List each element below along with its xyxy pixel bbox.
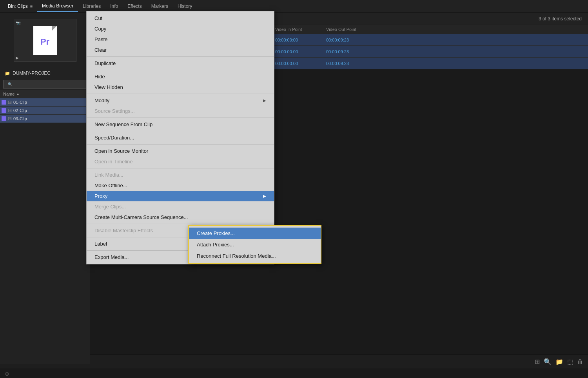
menu-speed-duration[interactable]: Speed/Duration... bbox=[87, 132, 274, 143]
cell-video-in: 00:00:00:00 bbox=[270, 38, 321, 42]
clip-thumbnail: Pr 📷 ▶ bbox=[14, 19, 76, 62]
menu-open-source-monitor[interactable]: Open in Source Monitor bbox=[87, 146, 274, 156]
folder-icon: 📁 bbox=[5, 71, 10, 76]
separator bbox=[87, 168, 274, 168]
separator bbox=[87, 131, 274, 131]
new-item-icon[interactable]: ⬚ bbox=[567, 358, 573, 365]
col-video-in: Video In Point bbox=[270, 27, 321, 32]
clip-table-header: Name ▲ bbox=[0, 90, 90, 98]
table-row[interactable]: 🎞 02-Clip bbox=[0, 107, 90, 115]
submenu-arrow-icon: ▶ bbox=[263, 98, 266, 103]
status-bar: ⊕ bbox=[0, 369, 588, 378]
search-input[interactable] bbox=[3, 80, 87, 89]
bin-menu-icon[interactable]: ≡ bbox=[30, 4, 33, 9]
search-row bbox=[0, 78, 90, 90]
play-icon[interactable]: ▶ bbox=[16, 56, 19, 60]
thumbnail-area: Pr 📷 ▶ bbox=[0, 13, 90, 68]
camera-icon: 📷 bbox=[16, 21, 20, 25]
menu-view-hidden[interactable]: View Hidden bbox=[87, 82, 274, 92]
submenu-create-proxies[interactable]: Create Proxies... bbox=[189, 228, 321, 239]
clip-list: 🎞 01-Clip 🎞 02-Clip 🎞 03-Clip bbox=[0, 98, 90, 364]
cell-video-out: 00:00:09:23 bbox=[321, 61, 372, 66]
menu-merge-clips: Merge Clips... bbox=[87, 201, 274, 212]
menu-multicam[interactable]: Create Multi-Camera Source Sequence... bbox=[87, 212, 274, 222]
tab-libraries[interactable]: Libraries bbox=[78, 1, 105, 11]
table-row[interactable]: 🎞 03-Clip bbox=[0, 115, 90, 123]
clip-color-swatch bbox=[2, 100, 6, 105]
pr-file-icon: Pr bbox=[33, 26, 57, 55]
menu-open-timeline: Open in Timeline bbox=[87, 156, 274, 167]
menu-proxy[interactable]: Proxy ▶ bbox=[87, 191, 274, 201]
separator bbox=[87, 118, 274, 118]
clip-color-swatch bbox=[2, 116, 6, 121]
tab-info[interactable]: Info bbox=[105, 1, 123, 11]
menu-cut[interactable]: Cut bbox=[87, 13, 274, 24]
project-name: DUMMY-PROJEC bbox=[13, 71, 51, 76]
tab-effects[interactable]: Effects bbox=[123, 1, 146, 11]
menu-hide[interactable]: Hide bbox=[87, 71, 274, 82]
menu-copy[interactable]: Copy bbox=[87, 24, 274, 34]
adobe-logo-icon: ⊕ bbox=[5, 371, 9, 377]
table-row[interactable]: 🎞 01-Clip bbox=[0, 98, 90, 107]
menu-new-sequence[interactable]: New Sequence From Clip bbox=[87, 119, 274, 130]
clip-color-swatch bbox=[2, 108, 6, 113]
proxy-submenu: Create Proxies... Attach Proxies... Reco… bbox=[188, 225, 321, 264]
clip-name: 01-Clip bbox=[13, 100, 27, 105]
bin-tab-label: Bin: Clips bbox=[8, 4, 28, 9]
menu-source-settings: Source Settings... bbox=[87, 106, 274, 116]
cell-video-out: 00:00:09:23 bbox=[321, 49, 372, 54]
new-bin-icon[interactable]: 📁 bbox=[555, 358, 563, 365]
separator bbox=[87, 224, 274, 224]
tab-bin[interactable]: Bin: Clips ≡ bbox=[3, 1, 37, 11]
item-count: 3 of 3 items selected bbox=[539, 16, 588, 22]
separator bbox=[87, 144, 274, 145]
search-wrapper bbox=[3, 80, 87, 89]
submenu-reconnect-full-res[interactable]: Reconnect Full Resolution Media... bbox=[189, 250, 321, 262]
clip-name: 03-Clip bbox=[13, 116, 27, 121]
film-icon: 🎞 bbox=[8, 100, 12, 105]
submenu-attach-proxies[interactable]: Attach Proxies... bbox=[189, 239, 321, 250]
menu-clear[interactable]: Clear bbox=[87, 45, 274, 55]
tab-markers[interactable]: Markers bbox=[147, 1, 173, 11]
tab-media-browser[interactable]: Media Browser bbox=[37, 1, 78, 12]
delete-icon[interactable]: 🗑 bbox=[577, 358, 583, 365]
separator bbox=[87, 56, 274, 57]
project-label-row: 📁 DUMMY-PROJEC bbox=[0, 68, 90, 78]
separator bbox=[87, 94, 274, 94]
grid-view-icon[interactable]: ⊞ bbox=[535, 358, 540, 365]
tab-history[interactable]: History bbox=[173, 1, 197, 11]
proxy-submenu-arrow-icon: ▶ bbox=[263, 194, 266, 198]
menu-link-media: Link Media... bbox=[87, 170, 274, 180]
separator bbox=[87, 70, 274, 70]
menu-make-offline[interactable]: Make Offline... bbox=[87, 180, 274, 191]
film-icon: 🎞 bbox=[8, 109, 12, 113]
col-name-header: Name ▲ bbox=[0, 92, 71, 96]
col-video-out: Video Out Point bbox=[321, 27, 372, 32]
cell-video-out: 00:00:09:23 bbox=[321, 38, 372, 42]
search-icon[interactable]: 🔍 bbox=[544, 358, 552, 365]
menu-modify[interactable]: Modify ▶ bbox=[87, 95, 274, 106]
menu-duplicate[interactable]: Duplicate bbox=[87, 58, 274, 69]
clip-name: 02-Clip bbox=[13, 108, 27, 113]
left-panel: Pr 📷 ▶ 📁 DUMMY-PROJEC Name ▲ bbox=[0, 13, 90, 378]
right-bottom-toolbar: ⊞ 🔍 📁 ⬚ 🗑 bbox=[90, 354, 588, 369]
cell-video-in: 00:00:00:00 bbox=[270, 61, 321, 66]
cell-video-in: 00:00:00:00 bbox=[270, 49, 321, 54]
menu-paste[interactable]: Paste bbox=[87, 34, 274, 45]
film-icon: 🎞 bbox=[8, 117, 12, 121]
